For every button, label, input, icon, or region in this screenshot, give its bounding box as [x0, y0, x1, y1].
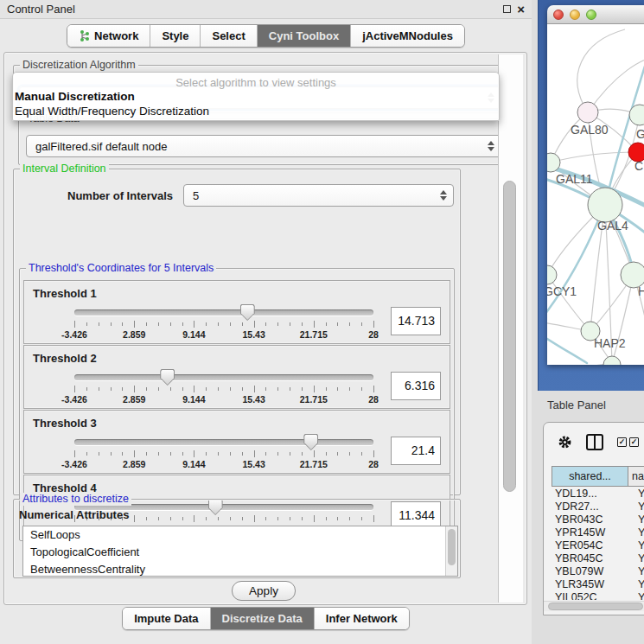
- attribute-list-items: SelfLoopsTopologicalCoefficientBetweenne…: [23, 526, 457, 577]
- table-row[interactable]: YDR27...YDR2: [552, 500, 644, 513]
- slider-track[interactable]: [74, 309, 373, 316]
- tab-style[interactable]: Style: [150, 25, 201, 47]
- minimize-window-icon[interactable]: [570, 10, 580, 20]
- slider-tick-labels: -3.4262.8599.14415.4321.71528: [74, 329, 373, 340]
- node-label-h-partial: H: [638, 284, 644, 298]
- tab-infer-network[interactable]: Infer Network: [315, 608, 409, 629]
- list-item[interactable]: TopologicalCoefficient: [23, 544, 457, 561]
- slider-thumb[interactable]: [240, 304, 255, 321]
- table-data-combo[interactable]: galFiltered.sif default node: [26, 135, 501, 157]
- attributes-group: Attributes to discretize Numerical Attri…: [13, 499, 461, 578]
- slider-track[interactable]: [74, 374, 373, 380]
- tab-select[interactable]: Select: [201, 25, 257, 47]
- table-row[interactable]: YDL19...YDL1: [552, 487, 644, 500]
- apply-button[interactable]: Apply: [232, 581, 296, 601]
- table-panel-toolbar: ✓ ✓: [544, 423, 644, 461]
- table-row[interactable]: YIL052CYIL0: [552, 590, 644, 600]
- popup-item-manual[interactable]: Manual Discretization: [13, 89, 499, 104]
- slider-ticks: [74, 386, 373, 393]
- slider-thumb[interactable]: [303, 434, 318, 450]
- tab-jactivemnodules[interactable]: jActiveMNodules: [351, 25, 464, 47]
- table-hscrollbar-thumb[interactable]: [548, 603, 643, 610]
- node-label-gal11: GAL11: [556, 172, 593, 186]
- tab-impute-data[interactable]: Impute Data: [123, 608, 210, 629]
- threshold-title: Threshold 3: [33, 417, 443, 430]
- number-of-intervals-label: Number of Intervals: [67, 189, 173, 202]
- popup-item-equal-width[interactable]: Equal Width/Frequency Discretization: [13, 104, 499, 118]
- combo-stepper-icon: [440, 190, 447, 201]
- control-panel-titlebar: Control Panel ×: [0, 0, 532, 19]
- list-item[interactable]: BetweennessCentrality: [23, 561, 457, 577]
- threshold-slider[interactable]: -3.4262.8599.14415.4321.71528: [74, 433, 373, 468]
- tab-cyni-toolbox[interactable]: Cyni Toolbox: [258, 25, 351, 47]
- top-tab-bar: NetworkStyleSelectCyni ToolboxjActiveMNo…: [0, 24, 532, 48]
- network-tab-icon: [79, 29, 90, 42]
- float-window-icon[interactable]: [503, 5, 511, 13]
- combo-stepper-icon: [488, 141, 494, 151]
- node-table: shared... na YDL19...YDL1YDR27...YDR2YBR…: [552, 466, 644, 615]
- interval-definition-group: Interval Definition Number of Intervals …: [13, 169, 461, 495]
- column-header-name[interactable]: na: [628, 467, 644, 486]
- table-data-combo-value: galFiltered.sif default node: [35, 140, 167, 153]
- threshold-slider[interactable]: -3.4262.8599.14415.4321.71528: [74, 303, 373, 338]
- table-row[interactable]: YBR045CYBR0: [552, 552, 644, 564]
- checkbox-icon-1[interactable]: ✓: [617, 437, 627, 447]
- slider-track[interactable]: [74, 439, 373, 445]
- network-view-panel: GAL80 G C GAL11 GAL4 GCY1 H HAP2: [538, 0, 644, 391]
- table-horizontal-scrollbar[interactable]: [544, 601, 644, 611]
- threshold-value-field[interactable]: [391, 307, 441, 335]
- network-graph: GAL80 G C GAL11 GAL4 GCY1 H HAP2: [547, 24, 644, 365]
- number-of-intervals-value: 5: [193, 189, 199, 202]
- right-column: GAL80 G C GAL11 GAL4 GCY1 H HAP2 Table P…: [532, 0, 644, 644]
- discretization-algorithm-group-title: Discretization Algorithm: [20, 59, 138, 72]
- list-scrollbar[interactable]: [445, 526, 457, 576]
- close-window-icon[interactable]: [553, 10, 564, 20]
- slider-ticks: [74, 321, 373, 328]
- threshold-slider[interactable]: -3.4262.8599.14415.4321.71528: [74, 368, 373, 403]
- split-columns-icon[interactable]: [586, 434, 603, 450]
- table-row[interactable]: YPR145WYPR1: [552, 526, 644, 539]
- popup-header: Select algorithm to view settings: [13, 76, 499, 89]
- network-node-partial-bottom[interactable]: [603, 356, 621, 365]
- threshold-panel: Threshold 3 -3.4262.8599.14415.4321.7152…: [23, 410, 450, 474]
- panel-scrollbar-thumb[interactable]: [503, 181, 516, 492]
- close-panel-icon[interactable]: ×: [517, 4, 525, 15]
- network-window-titlebar: [547, 5, 644, 24]
- table-row[interactable]: YER054CYER0: [552, 539, 644, 552]
- number-of-intervals-combo[interactable]: 5: [183, 184, 454, 207]
- zoom-window-icon[interactable]: [586, 10, 596, 20]
- node-label-g-partial: G: [636, 127, 644, 141]
- network-node-gal4[interactable]: [588, 188, 622, 222]
- slider-thumb[interactable]: [160, 369, 175, 386]
- numerical-attributes-list[interactable]: SelfLoopsTopologicalCoefficientBetweenne…: [22, 526, 458, 577]
- table-row[interactable]: YBR043CYBR0: [552, 513, 644, 526]
- network-node-gal80[interactable]: [577, 102, 598, 123]
- threshold-value-field[interactable]: [391, 437, 441, 465]
- algorithm-dropdown-popup: Select algorithm to view settings Manual…: [12, 72, 500, 121]
- panel-title: Control Panel: [7, 3, 75, 16]
- network-window: GAL80 G C GAL11 GAL4 GCY1 H HAP2: [547, 5, 644, 365]
- top-tab-group: NetworkStyleSelectCyni ToolboxjActiveMNo…: [67, 24, 465, 48]
- threshold-title: Threshold 1: [33, 287, 443, 300]
- tab-network[interactable]: Network: [67, 25, 150, 47]
- network-node-gcy1[interactable]: [547, 265, 557, 284]
- table-row[interactable]: YLR345WYLR3: [552, 577, 644, 590]
- gear-icon[interactable]: [558, 435, 572, 450]
- node-label-hap2: HAP2: [594, 336, 626, 350]
- tab-discretize-data[interactable]: Discretize Data: [211, 608, 315, 629]
- list-item[interactable]: SelfLoops: [23, 526, 457, 544]
- node-label-gcy1: GCY1: [547, 284, 577, 298]
- cyni-toolbox-panel: Discretization Algorithm Select algorith…: [3, 52, 527, 605]
- table-row[interactable]: YBL079WYBL0: [552, 564, 644, 577]
- attributes-group-title: Attributes to discretize: [20, 493, 131, 506]
- network-canvas[interactable]: GAL80 G C GAL11 GAL4 GCY1 H HAP2: [547, 24, 644, 365]
- threshold-value-field[interactable]: [391, 372, 441, 400]
- list-scrollbar-thumb[interactable]: [448, 529, 456, 565]
- node-label-gal80: GAL80: [571, 123, 609, 137]
- screenshot-root: Control Panel × NetworkStyleSelectCyni T…: [0, 0, 644, 644]
- node-label-c-partial: C: [634, 159, 643, 173]
- slider-tick-labels: -3.4262.8599.14415.4321.71528: [74, 459, 373, 469]
- column-header-shared-name[interactable]: shared...: [552, 467, 628, 486]
- checkbox-icon-2[interactable]: ✓: [629, 437, 639, 447]
- panel-vertical-scrollbar[interactable]: [498, 54, 523, 603]
